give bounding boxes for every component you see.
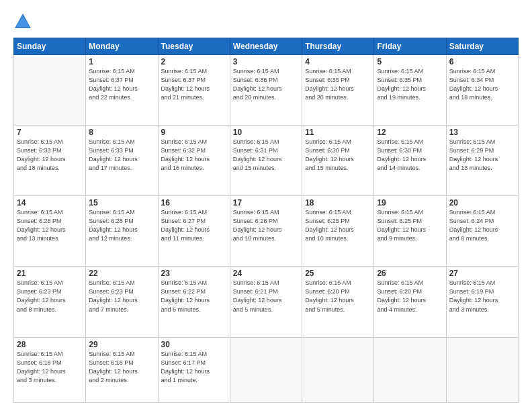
day-info: Sunrise: 6:15 AM Sunset: 6:20 PM Dayligh… xyxy=(305,279,371,314)
day-number: 17 xyxy=(233,198,299,208)
day-info: Sunrise: 6:15 AM Sunset: 6:36 PM Dayligh… xyxy=(233,67,299,102)
calendar-cell: 7Sunrise: 6:15 AM Sunset: 6:33 PM Daylig… xyxy=(14,126,86,196)
weekday-header-saturday: Saturday xyxy=(446,38,518,55)
day-number: 12 xyxy=(377,128,443,137)
day-number: 11 xyxy=(305,128,371,137)
day-info: Sunrise: 6:15 AM Sunset: 6:30 PM Dayligh… xyxy=(377,138,443,173)
day-number: 7 xyxy=(17,128,83,137)
logo xyxy=(13,12,35,31)
day-number: 14 xyxy=(17,198,83,208)
day-number: 5 xyxy=(377,57,443,66)
calendar-cell: 16Sunrise: 6:15 AM Sunset: 6:27 PM Dayli… xyxy=(158,196,230,267)
weekday-header-sunday: Sunday xyxy=(14,38,86,55)
calendar-cell: 10Sunrise: 6:15 AM Sunset: 6:31 PM Dayli… xyxy=(230,126,302,196)
day-info: Sunrise: 6:15 AM Sunset: 6:35 PM Dayligh… xyxy=(377,67,443,102)
day-info: Sunrise: 6:15 AM Sunset: 6:22 PM Dayligh… xyxy=(161,279,227,314)
calendar-cell: 25Sunrise: 6:15 AM Sunset: 6:20 PM Dayli… xyxy=(302,267,374,337)
day-info: Sunrise: 6:15 AM Sunset: 6:29 PM Dayligh… xyxy=(449,138,515,173)
calendar-week-row: 1Sunrise: 6:15 AM Sunset: 6:37 PM Daylig… xyxy=(14,55,519,126)
day-number: 3 xyxy=(233,57,299,66)
calendar-cell: 13Sunrise: 6:15 AM Sunset: 6:29 PM Dayli… xyxy=(446,126,518,196)
calendar-cell: 22Sunrise: 6:15 AM Sunset: 6:23 PM Dayli… xyxy=(86,267,158,337)
day-info: Sunrise: 6:15 AM Sunset: 6:35 PM Dayligh… xyxy=(305,67,371,102)
day-number: 6 xyxy=(449,57,515,66)
calendar-cell: 18Sunrise: 6:15 AM Sunset: 6:25 PM Dayli… xyxy=(302,196,374,267)
calendar-table: SundayMondayTuesdayWednesdayThursdayFrid… xyxy=(13,38,519,403)
logo-icon xyxy=(13,12,32,31)
day-number: 2 xyxy=(161,57,227,66)
day-number: 13 xyxy=(449,128,515,137)
day-info: Sunrise: 6:15 AM Sunset: 6:31 PM Dayligh… xyxy=(233,138,299,173)
day-number: 19 xyxy=(377,198,443,208)
calendar-cell: 21Sunrise: 6:15 AM Sunset: 6:23 PM Dayli… xyxy=(14,267,86,337)
day-number: 23 xyxy=(161,269,227,278)
calendar-cell: 4Sunrise: 6:15 AM Sunset: 6:35 PM Daylig… xyxy=(302,55,374,126)
day-info: Sunrise: 6:15 AM Sunset: 6:33 PM Dayligh… xyxy=(89,138,154,173)
calendar-cell: 15Sunrise: 6:15 AM Sunset: 6:28 PM Dayli… xyxy=(86,196,158,267)
day-info: Sunrise: 6:15 AM Sunset: 6:33 PM Dayligh… xyxy=(17,138,83,173)
calendar-cell: 20Sunrise: 6:15 AM Sunset: 6:24 PM Dayli… xyxy=(446,196,518,267)
day-number: 21 xyxy=(17,269,83,278)
calendar-cell: 14Sunrise: 6:15 AM Sunset: 6:28 PM Dayli… xyxy=(14,196,86,267)
weekday-header-tuesday: Tuesday xyxy=(158,38,230,55)
weekday-header-thursday: Thursday xyxy=(302,38,374,55)
day-number: 4 xyxy=(305,57,371,66)
calendar-week-row: 14Sunrise: 6:15 AM Sunset: 6:28 PM Dayli… xyxy=(14,196,519,267)
day-number: 29 xyxy=(89,340,154,349)
day-number: 1 xyxy=(89,57,154,66)
calendar-cell xyxy=(14,55,86,126)
day-number: 20 xyxy=(449,198,515,208)
weekday-header-friday: Friday xyxy=(374,38,446,55)
day-info: Sunrise: 6:15 AM Sunset: 6:23 PM Dayligh… xyxy=(89,279,154,314)
calendar-cell: 28Sunrise: 6:15 AM Sunset: 6:18 PM Dayli… xyxy=(14,337,86,403)
day-info: Sunrise: 6:15 AM Sunset: 6:26 PM Dayligh… xyxy=(233,208,299,243)
calendar-cell: 5Sunrise: 6:15 AM Sunset: 6:35 PM Daylig… xyxy=(374,55,446,126)
day-info: Sunrise: 6:15 AM Sunset: 6:28 PM Dayligh… xyxy=(89,208,154,243)
day-number: 22 xyxy=(89,269,154,278)
day-info: Sunrise: 6:15 AM Sunset: 6:30 PM Dayligh… xyxy=(305,138,371,173)
page: SundayMondayTuesdayWednesdayThursdayFrid… xyxy=(0,0,532,411)
day-info: Sunrise: 6:15 AM Sunset: 6:25 PM Dayligh… xyxy=(305,208,371,243)
calendar-week-row: 7Sunrise: 6:15 AM Sunset: 6:33 PM Daylig… xyxy=(14,126,519,196)
day-info: Sunrise: 6:15 AM Sunset: 6:17 PM Dayligh… xyxy=(161,350,227,385)
day-info: Sunrise: 6:15 AM Sunset: 6:37 PM Dayligh… xyxy=(161,67,227,102)
calendar-cell xyxy=(302,337,374,403)
weekday-header-wednesday: Wednesday xyxy=(230,38,302,55)
weekday-header-row: SundayMondayTuesdayWednesdayThursdayFrid… xyxy=(14,38,519,55)
day-number: 25 xyxy=(305,269,371,278)
calendar-cell: 30Sunrise: 6:15 AM Sunset: 6:17 PM Dayli… xyxy=(158,337,230,403)
day-info: Sunrise: 6:15 AM Sunset: 6:23 PM Dayligh… xyxy=(17,279,83,314)
day-number: 26 xyxy=(377,269,443,278)
weekday-header-monday: Monday xyxy=(86,38,158,55)
day-number: 18 xyxy=(305,198,371,208)
calendar-cell: 24Sunrise: 6:15 AM Sunset: 6:21 PM Dayli… xyxy=(230,267,302,337)
calendar-cell: 17Sunrise: 6:15 AM Sunset: 6:26 PM Dayli… xyxy=(230,196,302,267)
day-number: 16 xyxy=(161,198,227,208)
day-info: Sunrise: 6:15 AM Sunset: 6:28 PM Dayligh… xyxy=(17,208,83,243)
day-info: Sunrise: 6:15 AM Sunset: 6:24 PM Dayligh… xyxy=(449,208,515,243)
calendar-cell: 27Sunrise: 6:15 AM Sunset: 6:19 PM Dayli… xyxy=(446,267,518,337)
day-number: 28 xyxy=(17,340,83,349)
svg-marker-1 xyxy=(16,16,30,27)
calendar-cell xyxy=(446,337,518,403)
day-number: 15 xyxy=(89,198,154,208)
day-info: Sunrise: 6:15 AM Sunset: 6:34 PM Dayligh… xyxy=(449,67,515,102)
calendar-cell: 2Sunrise: 6:15 AM Sunset: 6:37 PM Daylig… xyxy=(158,55,230,126)
day-info: Sunrise: 6:15 AM Sunset: 6:27 PM Dayligh… xyxy=(161,208,227,243)
calendar-cell: 11Sunrise: 6:15 AM Sunset: 6:30 PM Dayli… xyxy=(302,126,374,196)
calendar-week-row: 28Sunrise: 6:15 AM Sunset: 6:18 PM Dayli… xyxy=(14,337,519,403)
calendar-cell: 29Sunrise: 6:15 AM Sunset: 6:18 PM Dayli… xyxy=(86,337,158,403)
calendar-cell: 19Sunrise: 6:15 AM Sunset: 6:25 PM Dayli… xyxy=(374,196,446,267)
calendar-cell: 3Sunrise: 6:15 AM Sunset: 6:36 PM Daylig… xyxy=(230,55,302,126)
calendar-cell: 9Sunrise: 6:15 AM Sunset: 6:32 PM Daylig… xyxy=(158,126,230,196)
calendar-cell: 6Sunrise: 6:15 AM Sunset: 6:34 PM Daylig… xyxy=(446,55,518,126)
day-info: Sunrise: 6:15 AM Sunset: 6:21 PM Dayligh… xyxy=(233,279,299,314)
header xyxy=(13,12,519,31)
day-info: Sunrise: 6:15 AM Sunset: 6:19 PM Dayligh… xyxy=(449,279,515,314)
day-info: Sunrise: 6:15 AM Sunset: 6:32 PM Dayligh… xyxy=(161,138,227,173)
calendar-cell: 1Sunrise: 6:15 AM Sunset: 6:37 PM Daylig… xyxy=(86,55,158,126)
calendar-cell xyxy=(230,337,302,403)
day-number: 10 xyxy=(233,128,299,137)
day-info: Sunrise: 6:15 AM Sunset: 6:18 PM Dayligh… xyxy=(89,350,154,385)
calendar-cell: 26Sunrise: 6:15 AM Sunset: 6:20 PM Dayli… xyxy=(374,267,446,337)
